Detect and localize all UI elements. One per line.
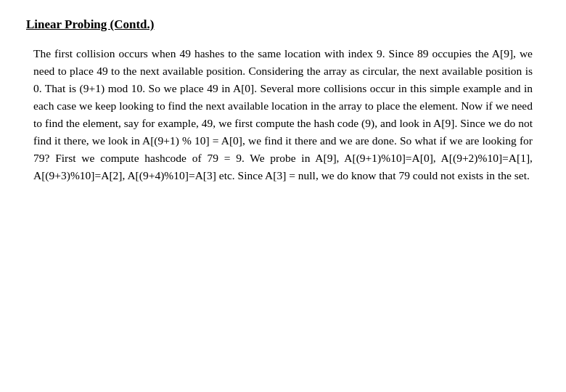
body-paragraph: The first collision occurs when 49 hashe… xyxy=(26,45,540,184)
page-title: Linear Probing (Contd.) xyxy=(26,17,154,32)
page-container: Linear Probing (Contd.) The first collis… xyxy=(0,0,566,392)
